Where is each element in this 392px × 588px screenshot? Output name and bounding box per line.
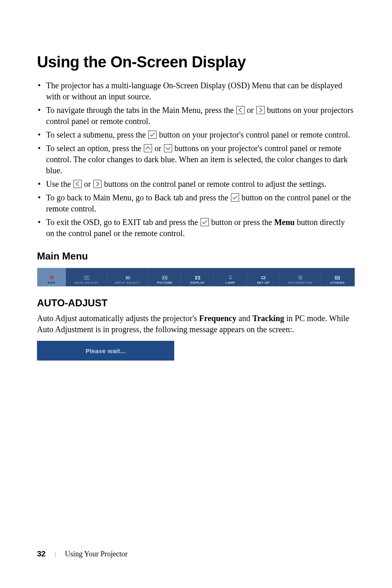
down-arrow-icon (164, 144, 172, 152)
up-arrow-icon (144, 144, 152, 152)
left-arrow-icon (74, 180, 82, 188)
menu-tab-set-up[interactable]: SET UP (247, 268, 280, 286)
bullet-bold: Menu (274, 218, 295, 227)
display-icon (195, 275, 201, 280)
check-icon (231, 193, 239, 202)
auto-adjust-paragraph: Auto Adjust automatically adjusts the pr… (37, 313, 355, 335)
list-item: To go back to Main Menu, go to Back tab … (45, 192, 355, 214)
picture-icon (162, 275, 168, 280)
page: Using the On-Screen Display The projecto… (0, 0, 392, 588)
bullet-text: Use the (46, 179, 73, 188)
menu-tab-label: DISPLAY (190, 281, 205, 285)
auto-adjust-icon (84, 275, 90, 280)
input-select-icon (125, 275, 131, 280)
svg-rect-4 (165, 277, 166, 279)
left-arrow-icon (236, 106, 244, 114)
menu-tab-label: PICTURE (157, 281, 172, 285)
menu-tab-label: EXIT (48, 281, 55, 285)
right-arrow-icon (93, 180, 101, 188)
list-item: To exit the OSD, go to EXIT tab and pres… (45, 217, 355, 239)
page-footer: 32 | Using Your Projector (37, 549, 127, 558)
close-x-icon (49, 275, 55, 280)
bullet-text: button on your projector's control panel… (157, 130, 350, 139)
body-text: and (236, 314, 252, 323)
menu-tab-input-select[interactable]: INPUT SELECT (107, 268, 148, 286)
bullet-text: or (82, 179, 93, 188)
others-icon (334, 275, 340, 280)
osd-menu-strip: EXIT AUTO-ADJUST INPUT SELECT PICTURE DI… (37, 268, 355, 287)
bold-term-tracking: Tracking (252, 314, 284, 323)
menu-tab-label: LAMP (226, 281, 235, 285)
menu-tab-display[interactable]: DISPLAY (181, 268, 214, 286)
svg-rect-7 (195, 278, 197, 280)
menu-tab-others[interactable]: OTHERS (321, 268, 354, 286)
menu-tab-label: INFORMATION (288, 281, 312, 285)
menu-tab-label: SET UP (257, 281, 270, 285)
bullet-text: The projector has a multi-language On-Sc… (46, 81, 342, 101)
menu-tab-information[interactable]: INFORMATION (280, 268, 321, 286)
right-arrow-icon (256, 106, 265, 114)
svg-rect-6 (198, 276, 200, 278)
bullet-text: or (152, 144, 164, 153)
menu-tab-auto-adjust[interactable]: AUTO-ADJUST (66, 268, 107, 286)
menu-tab-picture[interactable]: PICTURE (148, 268, 181, 286)
list-item: Use the or buttons on the control panel … (45, 179, 355, 190)
menu-tab-label: AUTO-ADJUST (74, 281, 99, 285)
body-text: Auto Adjust automatically adjusts the pr… (37, 314, 199, 323)
lamp-icon (228, 275, 233, 280)
check-icon (148, 131, 157, 139)
chapter-title: Using Your Projector (65, 550, 128, 558)
bullet-text: buttons on the control panel or remote c… (102, 179, 326, 188)
svg-rect-8 (198, 278, 200, 280)
svg-point-9 (229, 276, 232, 279)
bold-term-frequency: Frequency (199, 314, 237, 323)
bullet-text: To navigate through the tabs in the Main… (46, 106, 236, 115)
bullet-text: To exit the OSD, go to EXIT tab and pres… (46, 218, 200, 227)
bullet-list: The projector has a multi-language On-Sc… (37, 80, 355, 239)
list-item: To select a submenu, press the button on… (45, 129, 355, 140)
menu-tab-label: INPUT SELECT (115, 281, 140, 285)
bullet-text: or (245, 106, 256, 115)
list-item: To navigate through the tabs in the Main… (45, 105, 355, 127)
page-title: Using the On-Screen Display (37, 53, 355, 71)
svg-rect-3 (163, 277, 164, 279)
list-item: To select an option, press the or button… (45, 143, 355, 176)
footer-separator: | (55, 551, 56, 558)
page-number: 32 (37, 549, 46, 558)
list-item: The projector has a multi-language On-Sc… (45, 80, 355, 102)
main-menu-heading: Main Menu (37, 250, 355, 262)
svg-rect-10 (230, 278, 231, 279)
information-icon (297, 275, 303, 280)
menu-tab-exit[interactable]: EXIT (37, 268, 66, 286)
setup-icon (261, 275, 266, 280)
svg-rect-12 (262, 277, 265, 278)
please-wait-message: Please wait... (37, 341, 174, 361)
bullet-text: To select an option, press the (46, 144, 143, 153)
auto-adjust-heading: AUTO-ADJUST (37, 297, 355, 309)
menu-tab-label: OTHERS (330, 281, 344, 285)
svg-rect-5 (195, 276, 197, 278)
svg-rect-2 (162, 276, 167, 280)
check-icon (201, 218, 209, 226)
menu-tab-lamp[interactable]: LAMP (214, 268, 247, 286)
bullet-text: To go back to Main Menu, go to Back tab … (46, 193, 231, 202)
bullet-text: button or press the (209, 218, 274, 227)
bullet-text: To select a submenu, press the (46, 130, 148, 139)
